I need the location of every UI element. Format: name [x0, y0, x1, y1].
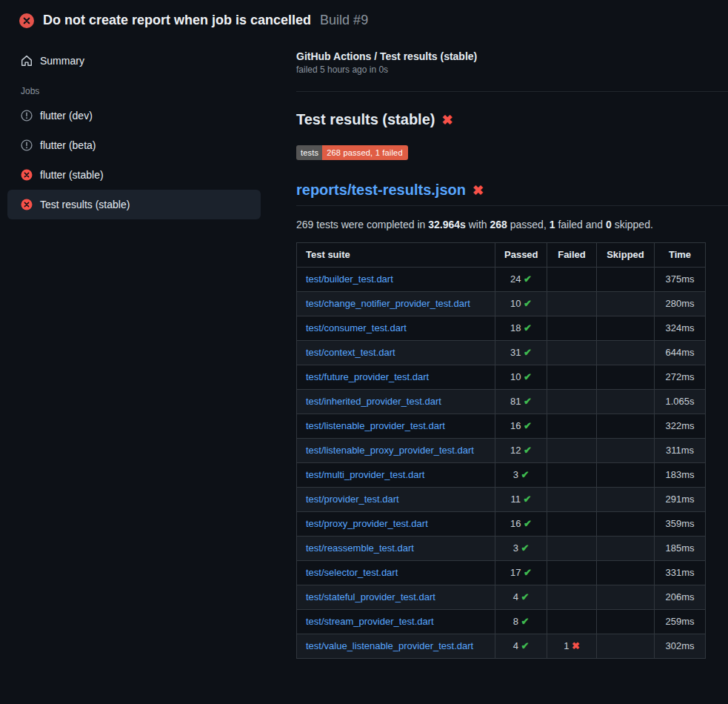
passed-count: 11	[510, 494, 523, 505]
summary-text: passed,	[507, 219, 550, 230]
test-suite-link[interactable]: test/value_listenable_provider_test.dart	[306, 640, 473, 651]
test-suite-cell: test/provider_test.dart	[297, 488, 495, 512]
test-time-cell: 280ms	[655, 292, 706, 316]
table-row: test/consumer_test.dart18 ✔324ms	[297, 316, 706, 341]
test-suite-link[interactable]: test/proxy_provider_test.dart	[306, 518, 428, 529]
failed-count-cell	[547, 439, 597, 463]
jobs-list: flutter (dev)flutter (beta)flutter (stab…	[0, 101, 296, 219]
tests-badge: tests 268 passed, 1 failed	[296, 145, 408, 160]
pass-check-icon: ✔	[524, 494, 532, 505]
sidebar-item-test-results-stable[interactable]: Test results (stable)	[7, 190, 261, 219]
test-suite-cell: test/listenable_provider_test.dart	[297, 414, 495, 439]
test-time-cell: 183ms	[655, 463, 706, 488]
test-suite-link[interactable]: test/multi_provider_test.dart	[306, 469, 424, 480]
run-header: Do not create report when job is cancell…	[0, 0, 728, 36]
pass-check-icon: ✔	[521, 616, 529, 627]
test-suite-cell: test/reassemble_test.dart	[297, 537, 495, 561]
sidebar-item-label: flutter (beta)	[40, 139, 96, 151]
passed-count-cell: 3 ✔	[495, 537, 547, 561]
skipped-count-cell	[597, 463, 655, 488]
table-row: test/context_test.dart31 ✔644ms	[297, 341, 706, 365]
passed-count: 3	[513, 469, 521, 480]
passed-count: 8	[513, 616, 521, 627]
test-suite-link[interactable]: test/selector_test.dart	[306, 567, 398, 578]
failed-count-cell	[547, 414, 597, 439]
skipped-count-cell	[597, 512, 655, 537]
table-row: test/value_listenable_provider_test.dart…	[297, 634, 706, 659]
sidebar-item-summary[interactable]: Summary	[7, 46, 261, 76]
status-failed-icon	[21, 169, 33, 181]
test-suite-link[interactable]: test/stateful_provider_test.dart	[306, 591, 435, 602]
table-row: test/stream_provider_test.dart8 ✔259ms	[297, 610, 706, 634]
table-row: test/inherited_provider_test.dart81 ✔1.0…	[297, 390, 706, 414]
test-suite-link[interactable]: test/stream_provider_test.dart	[306, 616, 434, 627]
failed-count-cell	[547, 537, 597, 561]
test-suite-link[interactable]: test/listenable_provider_test.dart	[306, 420, 445, 431]
test-suite-link[interactable]: test/provider_test.dart	[306, 494, 399, 505]
fail-x-icon: ✖	[572, 640, 580, 651]
passed-count-cell: 4 ✔	[495, 634, 547, 659]
skipped-count-cell	[597, 488, 655, 512]
status-neutral-icon	[21, 110, 33, 122]
failed-count-cell	[547, 610, 597, 634]
pass-check-icon: ✔	[524, 347, 532, 358]
main-content: GitHub Actions / Test results (stable) f…	[296, 36, 728, 659]
status-neutral-icon	[21, 139, 33, 151]
test-suite-link[interactable]: test/builder_test.dart	[306, 273, 393, 285]
sidebar-item-flutter-dev[interactable]: flutter (dev)	[7, 101, 261, 130]
passed-count-cell: 16 ✔	[495, 414, 547, 439]
summary-failed-count: 1	[550, 219, 555, 230]
failed-count-cell	[547, 268, 597, 292]
passed-count: 31	[510, 347, 524, 358]
passed-count-cell: 24 ✔	[495, 268, 547, 292]
test-suite-link[interactable]: test/consumer_test.dart	[306, 322, 407, 333]
passed-count: 3	[513, 542, 521, 554]
test-suite-link[interactable]: test/listenable_proxy_provider_test.dart	[306, 445, 474, 456]
passed-count-cell: 11 ✔	[495, 488, 547, 512]
test-suite-cell: test/value_listenable_provider_test.dart	[297, 634, 495, 659]
table-row: test/builder_test.dart24 ✔375ms	[297, 268, 706, 292]
divider	[296, 91, 728, 92]
skipped-count-cell	[597, 268, 655, 292]
sidebar-item-flutter-stable[interactable]: flutter (stable)	[7, 160, 261, 190]
failed-x-icon: ✖	[472, 182, 484, 199]
test-time-cell: 331ms	[655, 561, 706, 585]
run-build-number: Build #9	[320, 13, 368, 28]
sidebar-item-label: flutter (dev)	[40, 110, 93, 122]
table-row: test/change_notifier_provider_test.dart1…	[297, 292, 706, 316]
failed-count-cell	[547, 561, 597, 585]
sidebar-item-flutter-beta[interactable]: flutter (beta)	[7, 130, 261, 160]
test-suite-link[interactable]: test/reassemble_test.dart	[306, 542, 414, 554]
table-row: test/stateful_provider_test.dart4 ✔206ms	[297, 585, 706, 610]
test-suite-cell: test/stateful_provider_test.dart	[297, 585, 495, 610]
pass-check-icon: ✔	[524, 371, 532, 382]
skipped-count-cell	[597, 439, 655, 463]
failed-count-cell	[547, 585, 597, 610]
passed-count-cell: 31 ✔	[495, 341, 547, 365]
report-title-link[interactable]: reports/test-results.json	[296, 182, 466, 199]
test-suite-cell: test/multi_provider_test.dart	[297, 463, 495, 488]
test-suite-link[interactable]: test/future_provider_test.dart	[306, 371, 429, 382]
test-time-cell: 359ms	[655, 512, 706, 537]
test-suite-link[interactable]: test/context_test.dart	[306, 347, 395, 358]
results-table-body: test/builder_test.dart24 ✔375mstest/chan…	[297, 268, 706, 659]
col-header-failed: Failed	[547, 243, 597, 268]
test-suite-link[interactable]: test/change_notifier_provider_test.dart	[306, 298, 470, 309]
pass-check-icon: ✔	[521, 591, 529, 602]
failed-count-cell	[547, 488, 597, 512]
pass-check-icon: ✔	[521, 469, 529, 480]
jobs-section-label: Jobs	[21, 86, 296, 96]
test-time-cell: 259ms	[655, 610, 706, 634]
skipped-count-cell	[597, 365, 655, 390]
pass-check-icon: ✔	[524, 445, 532, 456]
pass-check-icon: ✔	[524, 298, 532, 309]
failed-count-cell	[547, 390, 597, 414]
table-header-row: Test suite Passed Failed Skipped Time	[297, 243, 706, 268]
pass-check-icon: ✔	[524, 567, 532, 578]
passed-count-cell: 12 ✔	[495, 439, 547, 463]
report-title: reports/test-results.json ✖	[296, 182, 728, 206]
test-suite-cell: test/selector_test.dart	[297, 561, 495, 585]
test-suite-link[interactable]: test/inherited_provider_test.dart	[306, 396, 441, 407]
skipped-count-cell	[597, 561, 655, 585]
pass-check-icon: ✔	[524, 322, 532, 333]
